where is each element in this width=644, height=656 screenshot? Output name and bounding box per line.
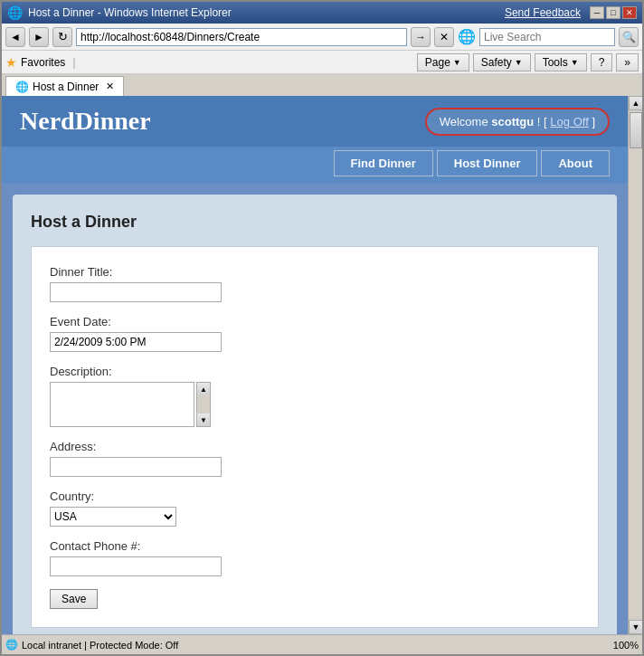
favorites-bar: ★ Favorites | Page ▼ Safety ▼ Tools ▼ ? [2,51,642,74]
ie-logo: 🌐 [458,28,476,45]
find-dinner-tab[interactable]: Find Dinner [334,150,433,176]
search-button[interactable]: 🔍 [619,27,639,47]
textarea-scroll-up-btn[interactable]: ▲ [197,383,210,395]
dinner-title-group: Dinner Title: [50,265,580,302]
contact-phone-group: Contact Phone #: [50,539,580,576]
app-header: NerdDinner Welcome scottgu ! [ Log Off ] [2,96,628,147]
ie-icon: 🌐 [7,5,23,20]
tools-button[interactable]: Tools ▼ [535,53,587,71]
save-button[interactable]: Save [50,589,98,609]
scroll-track[interactable] [629,110,642,620]
form-title: Host a Dinner [31,213,599,232]
tools-arrow-icon: ▼ [571,58,579,67]
minimize-button[interactable]: ─ [590,6,604,19]
tab-bar: 🌐 Host a Dinner ✕ [2,74,642,96]
help-button[interactable]: ? [591,53,613,71]
tab-ie-icon: 🌐 [15,81,29,93]
address-label: Address: [50,440,580,453]
search-input[interactable] [479,28,615,46]
address-group: Address: [50,440,580,477]
safety-arrow-icon: ▼ [515,58,523,67]
help-icon: ? [599,56,605,69]
zone-icon: 🌐 [5,639,18,651]
welcome-text: Welcome [440,115,488,128]
description-group: Description: ▲ ▼ [50,365,580,427]
address-input[interactable] [76,28,407,46]
page-button[interactable]: Page ▼ [417,53,469,71]
browser-tab[interactable]: 🌐 Host a Dinner ✕ [5,76,124,96]
tools-label: Tools [543,56,568,69]
bracket-close: ] [592,115,595,128]
textarea-scroll-down-btn[interactable]: ▼ [197,414,210,426]
browser-tab-label: Host a Dinner [33,81,99,93]
divider: | [72,55,75,69]
app-title: NerdDinner [20,107,151,136]
textarea-scroll-track [197,395,210,414]
event-date-input[interactable] [50,332,222,352]
window-title: Host a Dinner - Windows Internet Explore… [28,6,232,19]
page-label: Page [425,56,450,69]
dinner-title-input[interactable] [50,282,222,302]
status-bar: 🌐 Local intranet | Protected Mode: Off 1… [2,634,642,654]
logout-link[interactable]: Log Off [550,115,588,128]
exclamation: ! [537,115,541,128]
page-arrow-icon: ▼ [453,58,461,67]
host-dinner-tab[interactable]: Host Dinner [437,150,538,176]
more-button[interactable]: » [616,53,639,71]
close-button[interactable]: ✕ [622,6,637,19]
textarea-scrollbar: ▲ ▼ [196,382,211,427]
zoom-badge: 100% [613,640,639,651]
address-input[interactable] [50,457,222,477]
description-input[interactable] [50,382,194,427]
event-date-label: Event Date: [50,315,580,328]
tab-close-icon[interactable]: ✕ [106,81,114,92]
welcome-box: Welcome scottgu ! [ Log Off ] [425,108,610,136]
form-inner: Dinner Title: Event Date: Description: [31,246,599,628]
description-label: Description: [50,365,580,378]
safety-label: Safety [481,56,512,69]
send-feedback-link[interactable]: Send Feedback [505,6,581,19]
username: scottgu [491,115,534,128]
event-date-group: Event Date: [50,315,580,352]
back-button[interactable]: ◄ [5,27,25,47]
contact-phone-input[interactable] [50,556,222,576]
country-label: Country: [50,490,580,503]
main-content: NerdDinner Welcome scottgu ! [ Log Off ] [2,96,628,634]
safety-button[interactable]: Safety ▼ [473,53,531,71]
contact-phone-label: Contact Phone #: [50,539,580,553]
scroll-up-button[interactable]: ▲ [629,96,642,110]
main-scrollbar: ▲ ▼ [628,96,642,634]
refresh-button[interactable]: ↻ [52,27,72,47]
favorites-star-icon: ★ [5,55,17,70]
address-bar: ◄ ► ↻ → ✕ 🌐 🔍 [2,24,642,51]
favorites-label[interactable]: Favorites [21,56,65,69]
forward-button[interactable]: ► [29,27,49,47]
nav-tabs-bar: Find Dinner Host Dinner About [2,147,628,184]
scroll-thumb[interactable] [630,112,642,148]
dinner-title-label: Dinner Title: [50,265,580,279]
about-tab[interactable]: About [541,150,610,176]
country-select[interactable]: USA UK Canada Australia [50,507,176,527]
stop-button[interactable]: ✕ [434,27,454,47]
country-group: Country: USA UK Canada Australia [50,490,580,527]
maximize-button[interactable]: □ [606,6,620,19]
go-button[interactable]: → [411,27,431,47]
form-container: Host a Dinner Dinner Title: Event Date: [13,195,617,634]
scroll-down-button[interactable]: ▼ [629,620,642,634]
zone-text: Local intranet | Protected Mode: Off [22,640,178,651]
title-bar: 🌐 Host a Dinner - Windows Internet Explo… [2,2,642,24]
